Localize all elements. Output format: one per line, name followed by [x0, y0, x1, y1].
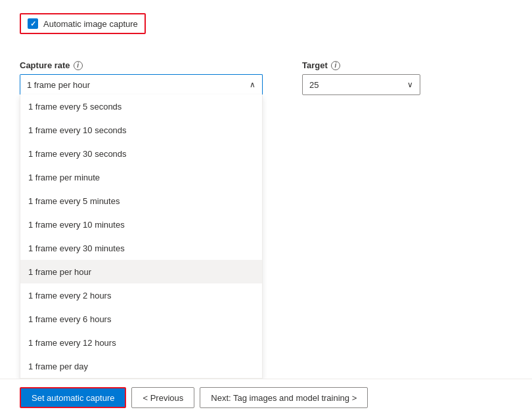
automatic-capture-checkbox[interactable]: ✓ — [28, 18, 38, 29]
capture-rate-label: Capture rate i — [20, 60, 263, 70]
target-dropdown-header[interactable]: 25 ∨ — [302, 74, 420, 95]
dropdown-item-opt7[interactable]: 1 frame every 30 minutes — [20, 236, 262, 260]
dropdown-item-opt9[interactable]: 1 frame every 2 hours — [20, 283, 262, 307]
target-value: 25 — [309, 80, 319, 90]
dropdown-item-opt2[interactable]: 1 frame every 10 seconds — [20, 118, 262, 142]
capture-rate-field-group: Capture rate i 1 frame per hour ∧ 1 fram… — [20, 60, 263, 95]
next-button[interactable]: Next: Tag images and model training > — [200, 387, 368, 408]
dropdown-item-opt4[interactable]: 1 frame per minute — [20, 165, 262, 189]
target-dropdown[interactable]: 25 ∨ — [302, 74, 420, 95]
dropdown-item-opt8[interactable]: 1 frame per hour — [20, 260, 262, 283]
dropdown-item-opt5[interactable]: 1 frame every 5 minutes — [20, 189, 262, 213]
automatic-capture-label: Automatic image capture — [43, 19, 138, 29]
dropdown-item-opt10[interactable]: 1 frame every 6 hours — [20, 307, 262, 331]
dropdown-item-opt12[interactable]: 1 frame per day — [20, 354, 262, 378]
capture-rate-info-icon[interactable]: i — [74, 61, 83, 70]
capture-rate-selected-value: 1 frame per hour — [27, 80, 90, 90]
main-content: ✓ Automatic image capture Capture rate i… — [0, 0, 532, 379]
chevron-up-icon: ∧ — [250, 80, 255, 89]
chevron-down-icon: ∨ — [407, 80, 413, 89]
page-wrapper: ✓ Automatic image capture Capture rate i… — [0, 0, 532, 416]
capture-rate-dropdown-header[interactable]: 1 frame per hour ∧ — [20, 74, 263, 95]
dropdown-item-opt1[interactable]: 1 frame every 5 seconds — [20, 94, 262, 118]
fields-row: Capture rate i 1 frame per hour ∧ 1 fram… — [20, 60, 512, 95]
checkmark-icon: ✓ — [30, 20, 36, 28]
target-field-group: Target i 25 ∨ — [302, 60, 420, 95]
target-info-icon[interactable]: i — [331, 61, 340, 70]
previous-button[interactable]: < Previous — [131, 387, 194, 408]
automatic-capture-checkbox-row[interactable]: ✓ Automatic image capture — [20, 13, 146, 34]
capture-rate-dropdown[interactable]: 1 frame per hour ∧ 1 frame every 5 secon… — [20, 74, 263, 95]
set-automatic-capture-button[interactable]: Set automatic capture — [20, 387, 126, 408]
dropdown-item-opt6[interactable]: 1 frame every 10 minutes — [20, 213, 262, 236]
dropdown-item-opt11[interactable]: 1 frame every 12 hours — [20, 331, 262, 354]
capture-rate-dropdown-list: 1 frame every 5 seconds 1 frame every 10… — [20, 94, 263, 379]
dropdown-item-opt3[interactable]: 1 frame every 30 seconds — [20, 142, 262, 165]
target-label: Target i — [302, 60, 420, 70]
footer-bar: Set automatic capture < Previous Next: T… — [0, 379, 532, 416]
